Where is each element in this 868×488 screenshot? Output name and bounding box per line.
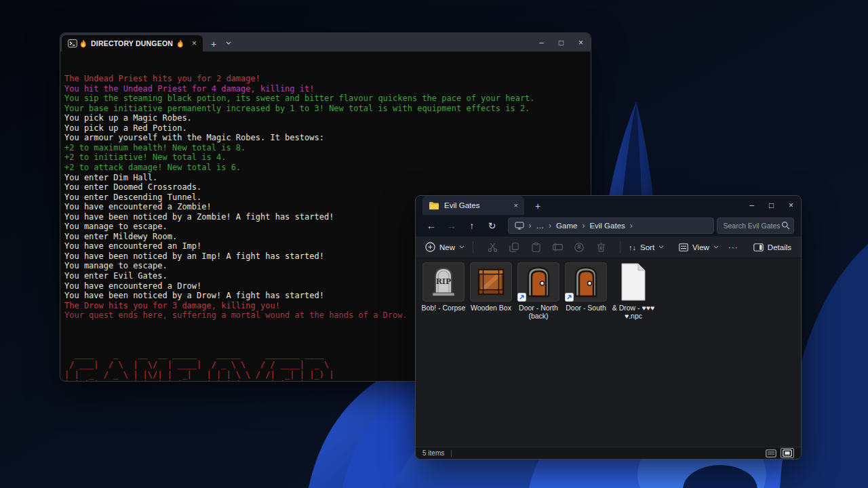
paste-icon[interactable] — [528, 243, 544, 252]
chevron-down-icon — [713, 245, 719, 249]
explorer-navigation-bar: ← → ↑ ↻ › … › Game › Evil Gates › — [416, 215, 801, 237]
minimize-button[interactable]: – — [532, 33, 551, 52]
terminal-app-icon — [68, 39, 77, 48]
file-item[interactable]: Door - South — [564, 262, 608, 312]
file-items-row[interactable]: RIPBob! - CorpseWooden BoxDoor - North(b… — [416, 258, 801, 447]
breadcrumb-segment-game[interactable]: Game — [556, 222, 577, 230]
details-pane-icon — [753, 243, 764, 251]
cut-icon[interactable] — [484, 243, 500, 252]
new-tab-button[interactable]: + — [211, 39, 216, 49]
large-icons-view-toggle[interactable] — [781, 448, 794, 458]
close-button[interactable]: × — [781, 196, 801, 215]
view-icon — [679, 243, 688, 251]
terminal-line: You enter Dim Hall. — [64, 173, 591, 183]
crate-icon — [470, 262, 512, 302]
tombstone-icon: RIP — [422, 262, 465, 302]
breadcrumb-chevron: › — [630, 221, 633, 230]
terminal-line: +2 to initiative! New total is 4. — [64, 152, 591, 163]
file-item-label: & Drow - ♥♥♥♥.npc — [612, 304, 654, 320]
sort-icon: ↑↓ — [629, 243, 636, 251]
terminal-titlebar[interactable]: DIRECTORY DUNGEON × + – □ × — [60, 33, 591, 52]
file-item[interactable]: & Drow - ♥♥♥♥.npc — [611, 262, 656, 320]
up-button[interactable]: ↑ — [463, 220, 481, 231]
explorer-tab-title: Evil Gates — [444, 201, 509, 209]
details-pane-button[interactable]: Details — [753, 243, 791, 251]
file-item[interactable]: RIPBob! - Corpse — [421, 262, 466, 312]
flame-icon — [80, 39, 87, 48]
svg-text:RIP: RIP — [436, 277, 452, 286]
explorer-titlebar[interactable]: Evil Gates × + – □ × — [416, 196, 801, 215]
rename-icon[interactable] — [549, 243, 566, 251]
terminal-line: You armour yourself with the Magic Robes… — [64, 133, 591, 143]
terminal-line: +2 to attack damage! New total is 6. — [64, 163, 591, 173]
terminal-line: You enter Doomed Crossroads. — [64, 182, 591, 192]
sort-button[interactable]: ↑↓ Sort — [629, 243, 664, 251]
file-item-label: Bob! - Corpse — [422, 304, 466, 312]
share-icon[interactable] — [571, 243, 587, 252]
maximize-button[interactable]: □ — [551, 33, 571, 52]
search-box — [717, 218, 794, 234]
tab-close-icon[interactable]: × — [192, 39, 197, 48]
terminal-line: You pick up a Red Potion. — [64, 123, 591, 134]
new-button[interactable]: New — [425, 242, 465, 252]
terminal-line: +2 to maximum health! New total is 8. — [64, 143, 591, 153]
details-view-toggle[interactable] — [764, 448, 778, 458]
sort-button-label: Sort — [640, 243, 654, 251]
file-item-label: Door - South — [566, 304, 606, 312]
terminal-tab[interactable]: DIRECTORY DUNGEON × — [62, 35, 203, 52]
door-icon — [565, 262, 607, 302]
copy-icon[interactable] — [506, 243, 522, 252]
new-tab-button[interactable]: + — [535, 201, 540, 211]
view-button[interactable]: View — [679, 243, 719, 251]
this-pc-icon — [515, 222, 524, 230]
status-divider — [451, 450, 452, 457]
toolbar-divider — [473, 241, 473, 253]
shortcut-overlay-icon — [565, 293, 574, 302]
chevron-down-icon — [658, 245, 664, 249]
view-button-label: View — [692, 243, 709, 251]
delete-icon[interactable] — [593, 243, 609, 252]
terminal-line: You hit the Undead Priest for 4 damage, … — [64, 84, 591, 94]
chevron-down-icon — [459, 245, 465, 249]
address-bar[interactable]: › … › Game › Evil Gates › — [508, 218, 715, 234]
more-options-button[interactable]: ··· — [728, 243, 738, 252]
breadcrumb-segment-evil-gates[interactable]: Evil Gates — [589, 222, 625, 230]
item-count: 5 items — [422, 449, 444, 457]
file-explorer-window: Evil Gates × + – □ × ← → ↑ ↻ › … › Gam — [415, 195, 802, 460]
file-icon — [612, 262, 654, 302]
new-plus-icon — [425, 242, 435, 252]
back-button[interactable]: ← — [422, 220, 440, 231]
close-button[interactable]: × — [571, 33, 591, 52]
shortcut-overlay-icon — [517, 293, 526, 302]
terminal-tab-title: DIRECTORY DUNGEON — [91, 39, 173, 47]
details-button-label: Details — [768, 243, 791, 251]
file-item[interactable]: Door - North(back) — [516, 262, 561, 320]
forward-button[interactable]: → — [443, 220, 460, 231]
file-item-label: Door - North(back) — [519, 304, 558, 320]
search-icon — [781, 221, 790, 230]
terminal-line: The Undead Priest hits you for 2 damage! — [64, 74, 591, 84]
refresh-button[interactable]: ↻ — [484, 220, 501, 231]
breadcrumb-ellipsis[interactable]: … — [536, 222, 545, 230]
door-icon — [517, 262, 559, 302]
explorer-status-bar: 5 items — [416, 447, 801, 459]
terminal-line: Your base initiative permanently increas… — [64, 104, 591, 114]
breadcrumb-chevron: › — [582, 221, 585, 230]
file-item-label: Wooden Box — [471, 304, 511, 312]
minimize-button[interactable]: – — [742, 196, 762, 215]
maximize-button[interactable]: □ — [762, 196, 781, 215]
flame-icon — [177, 39, 184, 48]
desktop: DIRECTORY DUNGEON × + – □ × The Undead P… — [0, 0, 868, 488]
file-item[interactable]: Wooden Box — [469, 262, 513, 312]
tab-close-icon[interactable]: × — [514, 201, 518, 209]
terminal-line: You sip the steaming black potion, its s… — [64, 94, 591, 104]
tab-dropdown-button[interactable] — [226, 35, 231, 47]
terminal-line: You pick up a Magic Robes. — [64, 113, 591, 123]
explorer-tab[interactable]: Evil Gates × — [422, 196, 524, 215]
toolbar-divider — [620, 241, 620, 253]
folder-icon — [429, 201, 439, 210]
explorer-command-bar: New ↑↓ So — [416, 237, 801, 258]
breadcrumb-chevron: › — [529, 221, 532, 230]
breadcrumb-chevron: › — [549, 221, 551, 230]
new-button-label: New — [439, 243, 455, 251]
